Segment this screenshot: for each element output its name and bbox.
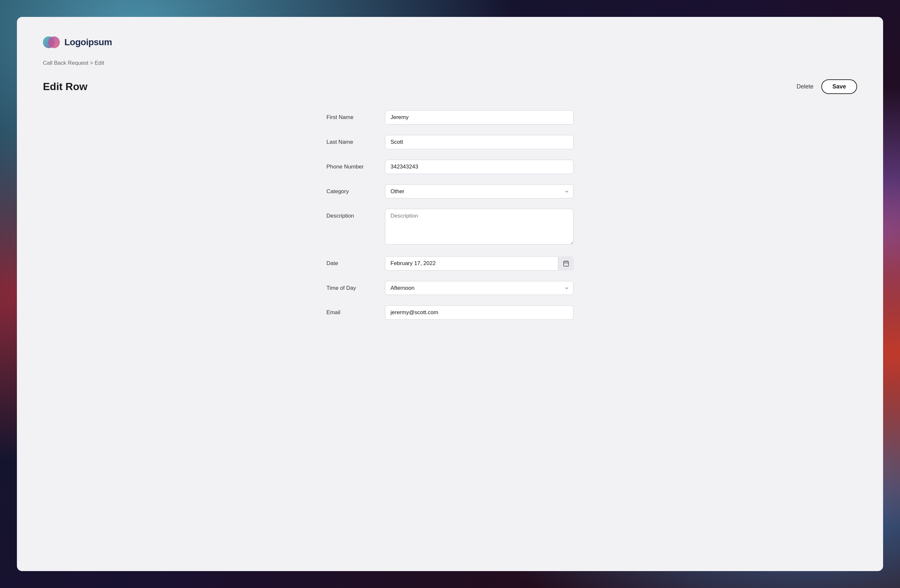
time-of-day-row: Time of Day Morning Afternoon Evening (326, 281, 574, 295)
logo-icon (43, 36, 60, 48)
main-card: Logoipsum Call Back Request > Edit Edit … (17, 17, 883, 571)
app-name: Logoipsum (64, 37, 112, 48)
category-field: Other Sales Support Billing (385, 185, 574, 199)
date-row: Date (326, 256, 574, 271)
page-title: Edit Row (43, 81, 87, 93)
time-of-day-field: Morning Afternoon Evening (385, 281, 574, 295)
date-wrapper (385, 256, 574, 271)
breadcrumb: Call Back Request > Edit (43, 60, 857, 66)
description-label: Description (326, 209, 372, 219)
svg-rect-2 (563, 261, 568, 266)
phone-number-row: Phone Number (326, 160, 574, 174)
first-name-row: First Name (326, 110, 574, 124)
last-name-field (385, 135, 574, 149)
date-label: Date (326, 256, 372, 267)
save-button[interactable]: Save (821, 79, 857, 94)
date-field (385, 256, 574, 271)
delete-button[interactable]: Delete (797, 83, 813, 90)
time-of-day-label: Time of Day (326, 281, 372, 292)
last-name-row: Last Name (326, 135, 574, 149)
logo-area: Logoipsum (43, 36, 857, 48)
form-container: First Name Last Name Phone Number Catego… (326, 110, 574, 320)
calendar-icon (563, 260, 569, 267)
category-row: Category Other Sales Support Billing (326, 185, 574, 199)
date-input[interactable] (385, 256, 574, 271)
time-of-day-select[interactable]: Morning Afternoon Evening (385, 281, 574, 295)
last-name-label: Last Name (326, 135, 372, 145)
category-select[interactable]: Other Sales Support Billing (385, 185, 574, 199)
email-field (385, 306, 574, 320)
email-input[interactable] (385, 306, 574, 320)
description-row: Description (326, 209, 574, 246)
header-actions: Delete Save (797, 79, 857, 94)
description-textarea[interactable] (385, 209, 574, 245)
description-field (385, 209, 574, 246)
first-name-field (385, 110, 574, 124)
email-row: Email (326, 306, 574, 320)
category-label: Category (326, 185, 372, 195)
last-name-input[interactable] (385, 135, 574, 149)
page-header: Edit Row Delete Save (43, 79, 857, 94)
phone-number-label: Phone Number (326, 160, 372, 170)
first-name-input[interactable] (385, 110, 574, 124)
phone-number-field (385, 160, 574, 174)
first-name-label: First Name (326, 110, 372, 121)
svg-point-1 (48, 36, 60, 48)
phone-number-input[interactable] (385, 160, 574, 174)
email-label: Email (326, 306, 372, 316)
calendar-icon-button[interactable] (558, 256, 574, 271)
